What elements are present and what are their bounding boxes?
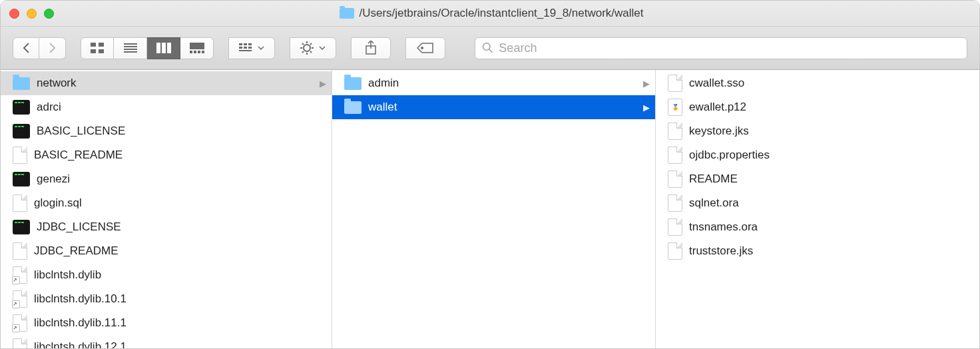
- list-item[interactable]: cwallet.sso: [656, 71, 979, 95]
- item-label: keystore.jks: [689, 125, 974, 138]
- svg-rect-2: [91, 49, 96, 53]
- svg-rect-12: [190, 51, 192, 53]
- svg-rect-8: [156, 43, 160, 53]
- list-item[interactable]: README: [656, 167, 979, 191]
- exec-icon: [13, 124, 30, 139]
- toolbar: [1, 27, 979, 70]
- list-item[interactable]: 🏅ewallet.p12: [656, 95, 979, 119]
- tag-group: [405, 37, 445, 59]
- list-item[interactable]: admin▶: [332, 71, 655, 95]
- arrange-button[interactable]: [228, 37, 275, 59]
- svg-rect-9: [162, 43, 166, 53]
- columns-icon: [156, 43, 171, 53]
- file-icon: [668, 171, 682, 188]
- folder-icon: [13, 77, 30, 90]
- list-item[interactable]: network▶: [1, 71, 332, 95]
- list-item[interactable]: ↗libclntsh.dylib.12.1: [1, 335, 332, 348]
- item-label: libclntsh.dylib.10.1: [34, 292, 326, 306]
- list-item[interactable]: BASIC_LICENSE: [1, 119, 332, 143]
- search-field[interactable]: [475, 37, 967, 59]
- exec-icon: [13, 172, 30, 186]
- list-item[interactable]: ↗libclntsh.dylib: [1, 263, 332, 287]
- chevron-left-icon: [23, 42, 30, 54]
- window-minimize-button[interactable]: [27, 9, 37, 19]
- list-item[interactable]: ↗libclntsh.dylib.10.1: [1, 287, 332, 311]
- svg-rect-1: [99, 43, 104, 47]
- chevron-right-icon: ▶: [320, 79, 326, 89]
- item-label: cwallet.sso: [689, 77, 974, 90]
- action-group: [290, 37, 336, 59]
- svg-rect-13: [194, 51, 196, 53]
- item-label: sqlnet.ora: [689, 196, 974, 210]
- tag-icon: [417, 42, 434, 54]
- file-icon: [668, 75, 682, 92]
- column-2[interactable]: admin▶wallet▶: [332, 70, 656, 348]
- traffic-lights: [1, 9, 54, 19]
- share-icon: [365, 41, 377, 55]
- list-item[interactable]: tnsnames.ora: [656, 215, 979, 239]
- item-label: wallet: [368, 101, 636, 114]
- view-columns-button[interactable]: [147, 37, 180, 59]
- alias-icon: ↗: [13, 290, 27, 308]
- folder-icon: [344, 101, 362, 114]
- svg-rect-0: [91, 43, 96, 47]
- svg-rect-18: [248, 43, 252, 45]
- list-item[interactable]: keystore.jks: [656, 119, 979, 143]
- gear-icon: [300, 41, 314, 55]
- chevron-right-icon: [49, 42, 56, 54]
- nav-back-button[interactable]: [13, 37, 39, 59]
- column-1[interactable]: network▶adrciBASIC_LICENSEBASIC_READMEge…: [1, 70, 332, 348]
- item-label: JDBC_LICENSE: [37, 220, 326, 234]
- alias-icon: ↗: [13, 266, 27, 284]
- share-group: [351, 37, 391, 59]
- folder-icon: [340, 8, 354, 19]
- svg-rect-14: [198, 51, 200, 53]
- view-group: [81, 37, 214, 59]
- item-label: README: [689, 173, 974, 186]
- list-item[interactable]: glogin.sql: [1, 191, 332, 215]
- list-item[interactable]: ojdbc.properties: [656, 143, 979, 167]
- alias-icon: ↗: [13, 338, 27, 348]
- nav-forward-button[interactable]: [39, 37, 66, 59]
- item-label: BASIC_README: [34, 149, 326, 162]
- cert-icon: 🏅: [668, 99, 682, 116]
- search-container: [475, 37, 967, 59]
- svg-rect-16: [239, 43, 242, 45]
- svg-line-36: [489, 49, 493, 53]
- column-3[interactable]: cwallet.sso🏅ewallet.p12keystore.jksojdbc…: [656, 70, 979, 348]
- list-item[interactable]: ↗libclntsh.dylib.11.1: [1, 311, 332, 335]
- list-item[interactable]: BASIC_README: [1, 143, 332, 167]
- svg-rect-11: [190, 43, 204, 49]
- item-label: network: [37, 77, 313, 90]
- list-item[interactable]: JDBC_README: [1, 239, 332, 263]
- svg-line-29: [310, 51, 312, 53]
- chevron-down-icon: [319, 46, 326, 50]
- list-item[interactable]: truststore.jks: [656, 239, 979, 263]
- svg-rect-22: [239, 50, 252, 51]
- svg-rect-5: [124, 46, 137, 47]
- item-label: ewallet.p12: [689, 101, 974, 114]
- item-label: glogin.sql: [34, 196, 326, 210]
- window-close-button[interactable]: [9, 9, 19, 19]
- svg-rect-17: [244, 43, 247, 45]
- list-item[interactable]: genezi: [1, 167, 332, 191]
- window-path: /Users/jetbrains/Oracle/instantclient_19…: [359, 7, 643, 20]
- share-button[interactable]: [351, 37, 391, 59]
- search-icon: [482, 42, 493, 54]
- list-item[interactable]: sqlnet.ora: [656, 191, 979, 215]
- search-input[interactable]: [499, 41, 960, 55]
- list-item[interactable]: adrci: [1, 95, 332, 119]
- window-maximize-button[interactable]: [44, 9, 54, 19]
- tags-button[interactable]: [405, 37, 445, 59]
- view-list-button[interactable]: [114, 37, 147, 59]
- list-item[interactable]: wallet▶: [332, 95, 655, 119]
- list-item[interactable]: JDBC_LICENSE: [1, 215, 332, 239]
- item-label: libclntsh.dylib: [34, 268, 326, 282]
- view-icons-button[interactable]: [81, 37, 114, 59]
- svg-point-34: [421, 47, 423, 49]
- view-gallery-button[interactable]: [180, 37, 214, 59]
- gallery-icon: [190, 43, 204, 53]
- svg-rect-20: [244, 47, 247, 49]
- item-label: libclntsh.dylib.12.1: [34, 340, 326, 348]
- action-button[interactable]: [290, 37, 336, 59]
